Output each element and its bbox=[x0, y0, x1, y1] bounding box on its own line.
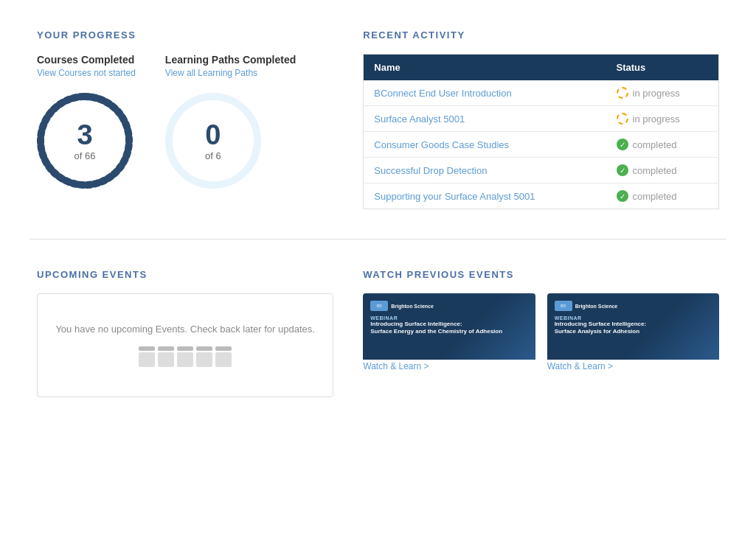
completed-icon-2: ✓ bbox=[617, 139, 628, 150]
status-text-2: completed bbox=[633, 139, 677, 150]
no-events-text: You have no upcoming Events. Check back … bbox=[55, 324, 314, 335]
cal-leg-4 bbox=[196, 352, 212, 367]
status-text-4: completed bbox=[633, 191, 677, 202]
courses-circle: 3 of 66 bbox=[37, 93, 133, 189]
learning-paths-circle-inner: 0 of 6 bbox=[165, 93, 261, 189]
status-text-0: in progress bbox=[633, 88, 680, 99]
events-box: You have no upcoming Events. Check back … bbox=[37, 293, 333, 397]
cal-legs bbox=[139, 352, 232, 367]
your-progress-panel: YOUR PROGRESS Courses Completed View Cou… bbox=[37, 29, 333, 209]
activity-row-1: Surface Analyst 5001in progress bbox=[364, 106, 719, 132]
brand-name-2: Brighton Science bbox=[575, 304, 618, 309]
activity-name-1[interactable]: Surface Analyst 5001 bbox=[364, 106, 606, 132]
cal-line-5 bbox=[215, 346, 232, 351]
logo-box-2: BS bbox=[555, 301, 572, 311]
courses-sub: of 66 bbox=[74, 150, 96, 161]
learning-paths-number: 0 bbox=[205, 121, 221, 149]
webinar-logo-1: BS Brighton Science bbox=[370, 301, 527, 311]
courses-label: Courses Completed bbox=[37, 54, 134, 66]
activity-name-3[interactable]: Successful Drop Detection bbox=[364, 158, 606, 184]
upcoming-events-panel: UPCOMING EVENTS You have no upcoming Eve… bbox=[37, 269, 333, 397]
cal-line-2 bbox=[158, 346, 174, 351]
activity-name-4[interactable]: Supporting your Surface Analyst 5001 bbox=[364, 184, 606, 209]
webinar-cards: BS Brighton Science WEBINAR Introducing … bbox=[363, 293, 719, 371]
logo-text-2: BS bbox=[561, 304, 566, 308]
col-name: Name bbox=[364, 55, 606, 81]
webinar-title-2: Introducing Surface Intelligence:Surface… bbox=[555, 321, 712, 336]
webinar-badge-2: WEBINAR bbox=[555, 315, 712, 321]
watch-events-title: WATCH PREVIOUS EVENTS bbox=[363, 269, 719, 280]
cal-line-1 bbox=[139, 346, 155, 351]
activity-table-body: BConnect End User Introductionin progres… bbox=[364, 80, 719, 209]
activity-row-0: BConnect End User Introductionin progres… bbox=[364, 80, 719, 106]
status-text-3: completed bbox=[633, 165, 677, 176]
activity-status-2: ✓completed bbox=[606, 132, 719, 158]
activity-row-3: Successful Drop Detection✓completed bbox=[364, 158, 719, 184]
activity-link-4[interactable]: Supporting your Surface Analyst 5001 bbox=[374, 191, 535, 202]
activity-row-4: Supporting your Surface Analyst 5001✓com… bbox=[364, 184, 719, 209]
webinar-title-1: Introducing Surface Intelligence:Surface… bbox=[370, 321, 527, 336]
status-text-1: in progress bbox=[633, 113, 680, 125]
activity-status-3: ✓completed bbox=[606, 158, 719, 184]
activity-status-0: in progress bbox=[606, 80, 719, 106]
in-progress-icon-0 bbox=[617, 87, 628, 99]
logo-text-1: BS bbox=[377, 304, 382, 308]
activity-table: Name Status BConnect End User Introducti… bbox=[363, 54, 719, 209]
cal-leg-5 bbox=[215, 352, 232, 367]
activity-row-2: Consumer Goods Case Studies✓completed bbox=[364, 132, 719, 158]
cal-line-4 bbox=[196, 346, 212, 351]
top-section: YOUR PROGRESS Courses Completed View Cou… bbox=[0, 0, 756, 239]
webinar-badge-1: WEBINAR bbox=[370, 315, 527, 321]
watch-events-panel: WATCH PREVIOUS EVENTS BS Brighton Scienc… bbox=[363, 269, 719, 397]
webinar-logo-2: BS Brighton Science bbox=[555, 301, 712, 311]
activity-name-2[interactable]: Consumer Goods Case Studies bbox=[364, 132, 606, 158]
activity-link-3[interactable]: Successful Drop Detection bbox=[374, 165, 487, 176]
courses-circle-inner: 3 of 66 bbox=[37, 93, 133, 189]
webinar-card-1[interactable]: BS Brighton Science WEBINAR Introducing … bbox=[363, 293, 535, 371]
cal-leg-1 bbox=[139, 352, 155, 367]
in-progress-icon-1 bbox=[617, 113, 628, 125]
learning-paths-metric: Learning Paths Completed View all Learni… bbox=[165, 54, 296, 189]
activity-status-1: in progress bbox=[606, 106, 719, 132]
recent-activity-panel: RECENT ACTIVITY Name Status BConnect End… bbox=[363, 29, 719, 209]
learning-paths-label: Learning Paths Completed bbox=[165, 54, 296, 66]
completed-icon-3: ✓ bbox=[617, 164, 628, 176]
bottom-section: UPCOMING EVENTS You have no upcoming Eve… bbox=[0, 240, 756, 427]
activity-table-header: Name Status bbox=[364, 55, 719, 81]
activity-name-0[interactable]: BConnect End User Introduction bbox=[364, 80, 606, 106]
activity-link-0[interactable]: BConnect End User Introduction bbox=[374, 88, 511, 99]
view-learning-paths-link[interactable]: View all Learning Paths bbox=[165, 68, 257, 78]
calendar-icon bbox=[139, 346, 232, 367]
cal-leg-2 bbox=[158, 352, 174, 367]
learning-paths-sub: of 6 bbox=[205, 150, 221, 161]
brand-name-1: Brighton Science bbox=[391, 304, 434, 309]
cal-leg-3 bbox=[177, 352, 193, 367]
cal-line-3 bbox=[177, 346, 193, 351]
logo-box-1: BS bbox=[370, 301, 388, 311]
recent-activity-title: RECENT ACTIVITY bbox=[363, 29, 719, 41]
webinar-link-1[interactable]: Watch & Learn > bbox=[363, 361, 429, 371]
activity-link-2[interactable]: Consumer Goods Case Studies bbox=[374, 139, 509, 150]
progress-metrics: Courses Completed View Courses not start… bbox=[37, 54, 333, 189]
learning-paths-circle: 0 of 6 bbox=[165, 93, 261, 189]
courses-number: 3 bbox=[77, 121, 92, 149]
webinar-link-2[interactable]: Watch & Learn > bbox=[547, 361, 613, 371]
upcoming-events-title: UPCOMING EVENTS bbox=[37, 269, 333, 280]
webinar-thumbnail-2: BS Brighton Science WEBINAR Introducing … bbox=[547, 293, 719, 360]
your-progress-title: YOUR PROGRESS bbox=[37, 29, 333, 41]
webinar-thumbnail-1: BS Brighton Science WEBINAR Introducing … bbox=[363, 293, 535, 360]
view-courses-link[interactable]: View Courses not started bbox=[37, 68, 136, 78]
webinar-card-2[interactable]: BS Brighton Science WEBINAR Introducing … bbox=[547, 293, 719, 371]
completed-icon-4: ✓ bbox=[617, 190, 628, 202]
calendar-bar bbox=[139, 346, 232, 351]
courses-metric: Courses Completed View Courses not start… bbox=[37, 54, 136, 189]
col-status: Status bbox=[606, 55, 719, 81]
activity-link-1[interactable]: Surface Analyst 5001 bbox=[374, 113, 465, 125]
activity-status-4: ✓completed bbox=[606, 184, 719, 209]
